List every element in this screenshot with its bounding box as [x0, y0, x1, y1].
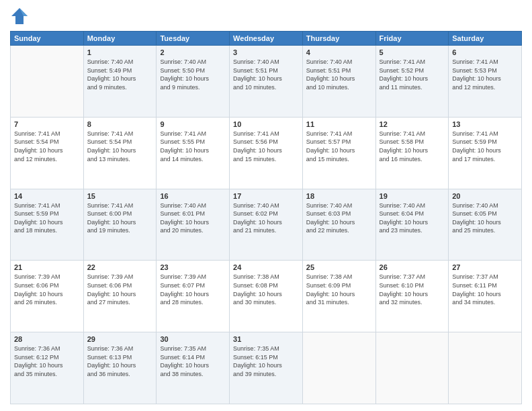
day-number: 16: [160, 192, 226, 200]
day-info: Sunrise: 7:41 AM Sunset: 5:58 PM Dayligh…: [380, 130, 445, 163]
day-number: 14: [14, 192, 80, 200]
calendar-cell: 9Sunrise: 7:41 AM Sunset: 5:55 PM Daylig…: [157, 117, 230, 189]
day-number: 29: [87, 335, 153, 343]
day-number: 22: [87, 263, 153, 271]
page: SundayMondayTuesdayWednesdayThursdayFrid…: [0, 0, 532, 411]
col-header-thursday: Thursday: [302, 32, 375, 46]
calendar-cell: 18Sunrise: 7:40 AM Sunset: 6:03 PM Dayli…: [302, 189, 375, 261]
day-info: Sunrise: 7:40 AM Sunset: 6:05 PM Dayligh…: [452, 201, 518, 235]
day-info: Sunrise: 7:41 AM Sunset: 5:57 PM Dayligh…: [306, 130, 372, 163]
day-number: 20: [452, 192, 518, 200]
calendar-cell: 11Sunrise: 7:41 AM Sunset: 5:57 PM Dayli…: [302, 117, 375, 189]
day-number: 11: [306, 120, 372, 128]
day-number: 24: [233, 263, 299, 271]
calendar-cell: 26Sunrise: 7:37 AM Sunset: 6:10 PM Dayli…: [375, 261, 449, 332]
calendar-cell: 10Sunrise: 7:41 AM Sunset: 5:56 PM Dayli…: [230, 117, 303, 189]
col-header-monday: Monday: [83, 32, 157, 46]
calendar-cell: 7Sunrise: 7:41 AM Sunset: 5:54 PM Daylig…: [11, 117, 84, 189]
day-info: Sunrise: 7:41 AM Sunset: 5:54 PM Dayligh…: [87, 130, 153, 163]
calendar-cell: 16Sunrise: 7:40 AM Sunset: 6:01 PM Dayli…: [157, 189, 230, 261]
day-number: 4: [306, 48, 372, 56]
col-header-tuesday: Tuesday: [157, 32, 230, 46]
day-info: Sunrise: 7:35 AM Sunset: 6:15 PM Dayligh…: [233, 345, 299, 378]
day-info: Sunrise: 7:41 AM Sunset: 5:54 PM Dayligh…: [14, 130, 80, 163]
calendar-cell: 22Sunrise: 7:39 AM Sunset: 6:06 PM Dayli…: [83, 261, 157, 332]
week-row-4: 21Sunrise: 7:39 AM Sunset: 6:06 PM Dayli…: [11, 261, 522, 332]
col-header-friday: Friday: [375, 32, 449, 46]
calendar-cell: [302, 332, 375, 404]
calendar-cell: 21Sunrise: 7:39 AM Sunset: 6:06 PM Dayli…: [11, 261, 84, 332]
day-info: Sunrise: 7:40 AM Sunset: 5:50 PM Dayligh…: [160, 58, 226, 91]
day-number: 9: [160, 120, 226, 128]
calendar-cell: 24Sunrise: 7:38 AM Sunset: 6:08 PM Dayli…: [230, 261, 303, 332]
day-number: 28: [14, 335, 80, 343]
day-info: Sunrise: 7:39 AM Sunset: 6:06 PM Dayligh…: [14, 273, 80, 306]
calendar-cell: 1Sunrise: 7:40 AM Sunset: 5:49 PM Daylig…: [83, 46, 157, 118]
logo-icon: [10, 7, 29, 26]
day-number: 12: [380, 120, 445, 128]
calendar-cell: 4Sunrise: 7:40 AM Sunset: 5:51 PM Daylig…: [302, 46, 375, 118]
calendar-cell: 28Sunrise: 7:36 AM Sunset: 6:12 PM Dayli…: [11, 332, 84, 404]
week-row-3: 14Sunrise: 7:41 AM Sunset: 5:59 PM Dayli…: [11, 189, 522, 261]
day-number: 15: [87, 192, 153, 200]
calendar-cell: 3Sunrise: 7:40 AM Sunset: 5:51 PM Daylig…: [230, 46, 303, 118]
day-info: Sunrise: 7:39 AM Sunset: 6:06 PM Dayligh…: [87, 273, 153, 306]
day-info: Sunrise: 7:35 AM Sunset: 6:14 PM Dayligh…: [160, 345, 226, 378]
col-header-sunday: Sunday: [11, 32, 84, 46]
calendar-cell: 19Sunrise: 7:40 AM Sunset: 6:04 PM Dayli…: [375, 189, 449, 261]
logo: [10, 7, 32, 26]
day-info: Sunrise: 7:40 AM Sunset: 5:49 PM Dayligh…: [87, 58, 153, 91]
day-info: Sunrise: 7:38 AM Sunset: 6:08 PM Dayligh…: [233, 273, 299, 306]
calendar-cell: 14Sunrise: 7:41 AM Sunset: 5:59 PM Dayli…: [11, 189, 84, 261]
day-number: 10: [233, 120, 299, 128]
calendar-cell: 12Sunrise: 7:41 AM Sunset: 5:58 PM Dayli…: [375, 117, 449, 189]
day-number: 3: [233, 48, 299, 56]
calendar-cell: [449, 332, 522, 404]
calendar-cell: 8Sunrise: 7:41 AM Sunset: 5:54 PM Daylig…: [83, 117, 157, 189]
day-number: 26: [380, 263, 445, 271]
day-info: Sunrise: 7:40 AM Sunset: 6:03 PM Dayligh…: [306, 201, 372, 235]
col-header-saturday: Saturday: [449, 32, 522, 46]
calendar-cell: 5Sunrise: 7:41 AM Sunset: 5:52 PM Daylig…: [375, 46, 449, 118]
day-number: 18: [306, 192, 372, 200]
calendar-cell: 23Sunrise: 7:39 AM Sunset: 6:07 PM Dayli…: [157, 261, 230, 332]
calendar-cell: [375, 332, 449, 404]
week-row-5: 28Sunrise: 7:36 AM Sunset: 6:12 PM Dayli…: [11, 332, 522, 404]
day-number: 1: [87, 48, 153, 56]
day-info: Sunrise: 7:36 AM Sunset: 6:13 PM Dayligh…: [87, 345, 153, 378]
calendar-cell: 15Sunrise: 7:41 AM Sunset: 6:00 PM Dayli…: [83, 189, 157, 261]
day-info: Sunrise: 7:37 AM Sunset: 6:10 PM Dayligh…: [380, 273, 445, 306]
day-info: Sunrise: 7:38 AM Sunset: 6:09 PM Dayligh…: [306, 273, 372, 306]
day-info: Sunrise: 7:40 AM Sunset: 5:51 PM Dayligh…: [233, 58, 299, 91]
day-number: 8: [87, 120, 153, 128]
col-header-wednesday: Wednesday: [230, 32, 303, 46]
day-info: Sunrise: 7:40 AM Sunset: 6:02 PM Dayligh…: [233, 201, 299, 235]
day-number: 25: [306, 263, 372, 271]
day-number: 30: [160, 335, 226, 343]
header: [10, 7, 522, 26]
day-number: 5: [380, 48, 445, 56]
day-info: Sunrise: 7:40 AM Sunset: 6:04 PM Dayligh…: [380, 201, 445, 235]
calendar-cell: 29Sunrise: 7:36 AM Sunset: 6:13 PM Dayli…: [83, 332, 157, 404]
day-number: 2: [160, 48, 226, 56]
calendar-cell: 27Sunrise: 7:37 AM Sunset: 6:11 PM Dayli…: [449, 261, 522, 332]
day-info: Sunrise: 7:37 AM Sunset: 6:11 PM Dayligh…: [452, 273, 518, 306]
day-info: Sunrise: 7:41 AM Sunset: 5:53 PM Dayligh…: [452, 58, 518, 91]
day-number: 27: [452, 263, 518, 271]
calendar-cell: 2Sunrise: 7:40 AM Sunset: 5:50 PM Daylig…: [157, 46, 230, 118]
week-row-1: 1Sunrise: 7:40 AM Sunset: 5:49 PM Daylig…: [11, 46, 522, 118]
day-info: Sunrise: 7:41 AM Sunset: 5:55 PM Dayligh…: [160, 130, 226, 163]
calendar-cell: 31Sunrise: 7:35 AM Sunset: 6:15 PM Dayli…: [230, 332, 303, 404]
day-number: 21: [14, 263, 80, 271]
calendar-cell: 17Sunrise: 7:40 AM Sunset: 6:02 PM Dayli…: [230, 189, 303, 261]
header-row: SundayMondayTuesdayWednesdayThursdayFrid…: [11, 32, 522, 46]
day-info: Sunrise: 7:40 AM Sunset: 5:51 PM Dayligh…: [306, 58, 372, 91]
day-number: 31: [233, 335, 299, 343]
calendar-cell: 13Sunrise: 7:41 AM Sunset: 5:59 PM Dayli…: [449, 117, 522, 189]
day-info: Sunrise: 7:36 AM Sunset: 6:12 PM Dayligh…: [14, 345, 80, 378]
calendar-cell: 25Sunrise: 7:38 AM Sunset: 6:09 PM Dayli…: [302, 261, 375, 332]
day-info: Sunrise: 7:41 AM Sunset: 6:00 PM Dayligh…: [87, 201, 153, 235]
day-info: Sunrise: 7:39 AM Sunset: 6:07 PM Dayligh…: [160, 273, 226, 306]
day-info: Sunrise: 7:41 AM Sunset: 5:56 PM Dayligh…: [233, 130, 299, 163]
calendar-cell: [11, 46, 84, 118]
